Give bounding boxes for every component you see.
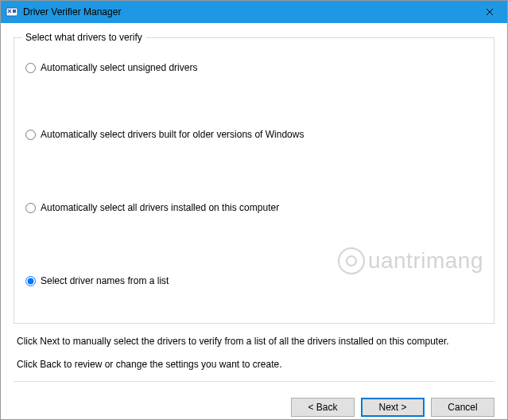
back-button[interactable]: < Back [291,398,355,417]
cancel-button[interactable]: Cancel [431,398,494,417]
window-title: Driver Verifier Manager [23,6,121,18]
radio-all-drivers[interactable]: Automatically select all drivers install… [25,202,483,213]
button-row: < Back Next > Cancel [1,398,507,420]
info-text: Click Next to manually select the driver… [14,335,494,371]
radio-input-all[interactable] [25,203,36,213]
radio-from-list[interactable]: Select driver names from a list [25,275,483,286]
info-line-1: Click Next to manually select the driver… [17,335,491,348]
content-area: Select what drivers to verify Automatica… [1,23,507,398]
radio-label: Automatically select all drivers install… [41,202,279,213]
radio-unsigned-drivers[interactable]: Automatically select unsigned drivers [25,62,483,73]
driver-select-group: Select what drivers to verify Automatica… [14,37,494,324]
close-button[interactable] [471,1,507,23]
radio-input-list[interactable] [25,276,36,286]
radio-older-windows[interactable]: Automatically select drivers built for o… [25,129,483,140]
radio-input-unsigned[interactable] [25,63,36,73]
radio-label: Select driver names from a list [41,275,169,286]
group-legend: Select what drivers to verify [22,32,145,43]
radio-label: Automatically select drivers built for o… [41,129,304,140]
divider [14,381,494,382]
close-icon [486,8,494,16]
radio-input-older[interactable] [25,130,36,140]
radio-label: Automatically select unsigned drivers [41,62,197,73]
next-button[interactable]: Next > [361,398,425,417]
titlebar: Driver Verifier Manager [1,1,507,23]
app-icon [6,6,18,18]
info-line-2: Click Back to review or change the setti… [17,358,491,371]
svg-rect-1 [13,10,16,13]
